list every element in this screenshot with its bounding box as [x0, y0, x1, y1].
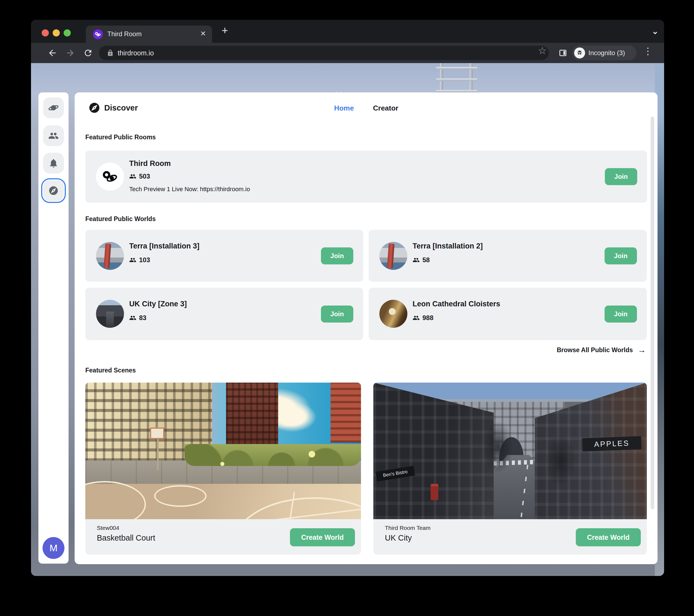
section-heading-rooms: Featured Public Rooms — [85, 134, 156, 141]
tab-home[interactable]: Home — [334, 104, 354, 112]
window-zoom-button[interactable] — [63, 29, 71, 36]
window-minimize-button[interactable] — [53, 29, 60, 36]
room-card[interactable]: Third Room 503 Tech Preview 1 Live Now: … — [85, 151, 647, 203]
lock-icon — [107, 49, 114, 56]
section-heading-worlds: Featured Public Worlds — [85, 215, 156, 223]
overflow-menu-icon[interactable]: ⋮ — [643, 45, 653, 56]
thirdroom-favicon-icon — [93, 29, 103, 39]
people-icon — [48, 131, 59, 141]
browser-toolbar: thirdroom.io ☆ Incognito (3) ⋮ — [31, 43, 664, 63]
back-icon[interactable] — [48, 48, 57, 58]
scene-preview-basketball — [85, 382, 361, 519]
scene-card[interactable]: APPLES Ben's Bistro Third Room Team UK C… — [373, 382, 647, 555]
tab-search-chevron-icon[interactable]: ⌄ — [652, 26, 659, 36]
world-avatar — [96, 242, 124, 270]
sidebar: M — [38, 92, 69, 564]
member-count-value: 503 — [139, 172, 150, 180]
member-count: 988 — [413, 314, 433, 322]
member-count: 58 — [413, 256, 430, 264]
member-count: 103 — [129, 256, 150, 264]
sidebar-item-worlds[interactable] — [43, 97, 64, 118]
window-close-button[interactable] — [42, 29, 49, 36]
world-name: UK City [Zone 3] — [129, 300, 187, 308]
member-count: 503 — [129, 172, 150, 180]
url-text: thirdroom.io — [118, 46, 154, 60]
discover-panel: Discover Home Creator Featured Public Ro… — [75, 92, 658, 564]
postbox — [431, 484, 438, 500]
scene-name: Basketball Court — [97, 534, 155, 542]
members-icon — [129, 314, 136, 321]
world-name: Terra [Installation 2] — [413, 242, 483, 250]
reload-icon[interactable] — [83, 48, 93, 58]
scene-name: UK City — [385, 534, 412, 542]
world-avatar — [96, 300, 124, 328]
members-icon — [129, 257, 136, 264]
join-button[interactable]: Join — [605, 168, 637, 185]
member-count-value: 83 — [139, 314, 146, 322]
background-scaffold — [436, 63, 477, 95]
room-description: Tech Preview 1 Live Now: https://thirdro… — [129, 186, 250, 193]
world-card[interactable]: Leon Cathedral Cloisters 988 Join — [369, 288, 647, 340]
browse-all-worlds-label: Browse All Public Worlds — [557, 347, 633, 354]
bell-icon — [48, 158, 59, 168]
members-icon — [413, 257, 420, 264]
page-background: Home M — [31, 63, 664, 576]
incognito-label: Incognito (3) — [588, 45, 625, 60]
world-name: Leon Cathedral Cloisters — [413, 300, 500, 308]
tab-creator[interactable]: Creator — [373, 104, 398, 112]
member-count-value: 988 — [422, 314, 433, 322]
arrow-right-icon: → — [638, 345, 646, 355]
join-button[interactable]: Join — [605, 247, 637, 264]
world-card[interactable]: Terra [Installation 3] 103 Join — [85, 230, 363, 282]
scene-sign-apples: APPLES — [582, 436, 642, 451]
member-count-value: 58 — [422, 256, 430, 264]
members-icon — [413, 314, 420, 321]
sidebar-item-discover[interactable] — [43, 180, 64, 201]
world-avatar — [379, 300, 407, 328]
member-count-value: 103 — [139, 256, 150, 264]
forward-icon[interactable] — [65, 48, 75, 58]
compass-icon — [48, 185, 59, 196]
join-button[interactable]: Join — [605, 305, 637, 322]
members-icon — [129, 173, 136, 180]
discover-compass-icon — [88, 102, 101, 114]
scene-preview-ukcity: APPLES Ben's Bistro — [373, 382, 647, 519]
browse-all-worlds-link[interactable]: Browse All Public Worlds → — [557, 345, 646, 355]
user-avatar[interactable]: M — [42, 537, 65, 559]
world-name: Terra [Installation 3] — [129, 242, 199, 250]
world-card[interactable]: Terra [Installation 2] 58 Join — [369, 230, 647, 282]
panel-scrollbar[interactable] — [651, 116, 654, 509]
bookmark-star-icon[interactable]: ☆ — [538, 45, 547, 56]
incognito-badge: Incognito (3) — [572, 45, 636, 60]
world-avatar — [379, 242, 407, 270]
scene-author: Stew004 — [97, 525, 119, 531]
join-button[interactable]: Join — [321, 247, 353, 264]
browser-window: Third Room ✕ + ⌄ thirdroom.io ☆ — [31, 20, 664, 576]
scene-author: Third Room Team — [385, 525, 431, 531]
close-tab-icon[interactable]: ✕ — [200, 30, 206, 38]
create-world-button[interactable]: Create World — [290, 528, 355, 546]
tab-strip: Third Room ✕ + ⌄ — [31, 20, 664, 43]
room-name: Third Room — [129, 160, 171, 168]
url-bar[interactable]: thirdroom.io — [99, 46, 549, 60]
join-button[interactable]: Join — [321, 305, 353, 322]
sidebar-item-friends[interactable] — [43, 125, 64, 146]
room-avatar — [96, 163, 124, 191]
sidebar-item-notifications[interactable] — [43, 153, 64, 174]
tab-title: Third Room — [107, 30, 142, 38]
browser-tab[interactable]: Third Room ✕ — [86, 25, 212, 43]
incognito-spy-icon — [574, 48, 585, 58]
scene-card[interactable]: Stew004 Basketball Court Create World — [85, 382, 361, 555]
new-tab-button[interactable]: + — [222, 24, 228, 37]
section-heading-scenes: Featured Scenes — [85, 367, 136, 374]
side-panel-icon[interactable] — [559, 49, 567, 57]
discover-title: Discover — [104, 104, 138, 112]
world-card[interactable]: UK City [Zone 3] 83 Join — [85, 288, 363, 340]
planet-icon — [48, 102, 59, 113]
member-count: 83 — [129, 314, 146, 322]
create-world-button[interactable]: Create World — [576, 528, 641, 546]
